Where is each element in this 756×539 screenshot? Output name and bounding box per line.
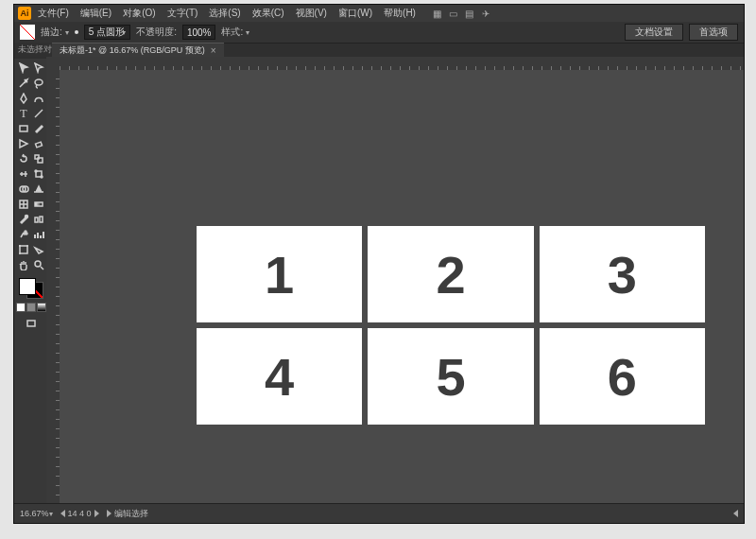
ruler-origin[interactable]	[46, 57, 60, 71]
symbol-sprayer-tool[interactable]	[16, 227, 31, 242]
chevron-down-icon: ▾	[122, 28, 126, 37]
ruler-horizontal[interactable]	[60, 57, 744, 71]
perspective-grid-tool[interactable]	[31, 182, 46, 197]
svg-point-7	[41, 176, 43, 178]
stage: 1 2 3 4 5 6	[46, 57, 744, 504]
svg-rect-4	[38, 158, 43, 163]
svg-rect-20	[27, 321, 35, 326]
artboard-grid: 1 2 3 4 5 6	[197, 226, 705, 425]
document-tab-title: 未标题-1* @ 16.67% (RGB/GPU 预览)	[60, 44, 205, 57]
close-tab-icon[interactable]: ×	[211, 45, 216, 56]
artboard-1[interactable]: 1	[197, 226, 362, 322]
stock-icon[interactable]: ▭	[448, 8, 459, 19]
menu-effect[interactable]: 效果(C)	[248, 7, 289, 20]
mesh-tool[interactable]	[16, 197, 31, 212]
arrange-icon[interactable]: ▤	[464, 8, 475, 19]
style-dropdown[interactable]: ▾	[246, 28, 249, 37]
document-setup-button[interactable]: 文档设置	[625, 24, 683, 41]
shape-builder-tool[interactable]	[16, 182, 31, 197]
rectangle-tool[interactable]	[16, 121, 31, 136]
svg-rect-13	[35, 217, 38, 222]
rotate-tool[interactable]	[16, 151, 31, 166]
artboard-tool[interactable]	[16, 242, 31, 257]
draw-mode-buttons	[16, 303, 46, 312]
menu-select[interactable]: 选择(S)	[204, 7, 245, 20]
options-bar: 描边: ▾ 5 点圆形 ▾ 不透明度: 100% 样式: ▾ 文档设置 首选项	[14, 22, 744, 43]
artboard-4[interactable]: 4	[197, 328, 362, 425]
artboard-5[interactable]: 5	[368, 328, 533, 425]
menu-object[interactable]: 对象(O)	[118, 7, 160, 20]
curvature-tool[interactable]	[31, 91, 46, 106]
magic-wand-tool[interactable]	[16, 76, 31, 91]
document-tab[interactable]: 未标题-1* @ 16.67% (RGB/GPU 预览) ×	[52, 43, 224, 58]
draw-normal-icon[interactable]	[16, 303, 26, 312]
menu-help[interactable]: 帮助(H)	[379, 7, 421, 20]
scroll-left-icon[interactable]	[733, 510, 738, 517]
status-flyout-icon[interactable]	[107, 510, 112, 517]
hand-tool[interactable]	[16, 257, 31, 272]
style-label: 样式:	[221, 26, 243, 39]
svg-rect-11	[35, 202, 43, 206]
stroke-profile-value: 5 点圆形	[89, 26, 125, 39]
ruler-vertical[interactable]	[46, 70, 60, 504]
stroke-label: 描边:	[41, 26, 62, 39]
selection-tool[interactable]	[16, 61, 31, 76]
artboard-6[interactable]: 6	[540, 328, 705, 425]
pen-tool[interactable]	[16, 91, 31, 106]
artboard-3[interactable]: 3	[540, 226, 705, 322]
direct-selection-tool[interactable]	[31, 61, 46, 76]
artboard-prev-icon[interactable]	[60, 510, 65, 517]
bridge-icon[interactable]: ▦	[432, 8, 443, 19]
menu-edit[interactable]: 编辑(E)	[76, 7, 116, 20]
artboard-nav-value: 14 4 0	[68, 509, 92, 518]
stroke-weight-dropdown[interactable]: ▾	[65, 28, 69, 37]
fill-stroke-swatch[interactable]	[20, 25, 35, 40]
free-transform-tool[interactable]	[31, 166, 46, 182]
gradient-tool[interactable]	[31, 197, 46, 212]
paintbrush-tool[interactable]	[31, 121, 46, 136]
zoom-level-field[interactable]: 16.67% ▾	[20, 509, 53, 518]
svg-rect-18	[20, 246, 27, 253]
canvas[interactable]: 1 2 3 4 5 6	[60, 70, 744, 504]
preferences-button[interactable]: 首选项	[689, 24, 738, 41]
draw-behind-icon[interactable]	[26, 303, 36, 312]
zoom-value: 16.67%	[20, 509, 49, 518]
svg-point-6	[35, 170, 37, 172]
app-window: Ai 文件(F) 编辑(E) 对象(O) 文字(T) 选择(S) 效果(C) 视…	[13, 4, 745, 524]
artboard-2[interactable]: 2	[368, 226, 533, 322]
column-graph-tool[interactable]	[31, 227, 46, 242]
svg-point-19	[35, 261, 41, 267]
opacity-value: 100%	[187, 27, 212, 38]
menu-type[interactable]: 文字(T)	[163, 7, 203, 20]
gpu-icon[interactable]: ✈	[480, 8, 491, 19]
width-tool[interactable]	[16, 166, 31, 182]
fill-color-swatch[interactable]	[19, 278, 36, 295]
lasso-tool[interactable]	[31, 76, 46, 91]
status-bar: 16.67% ▾ 14 4 0 编辑选择	[14, 503, 744, 523]
opacity-field[interactable]: 100%	[182, 25, 216, 40]
eyedropper-tool[interactable]	[16, 212, 31, 227]
shaper-tool[interactable]	[16, 136, 31, 151]
svg-point-12	[26, 216, 28, 218]
app-logo: Ai	[18, 7, 31, 20]
menu-view[interactable]: 视图(V)	[291, 7, 332, 20]
eraser-tool[interactable]	[31, 136, 46, 151]
color-well[interactable]	[17, 276, 45, 301]
slice-tool[interactable]	[31, 242, 46, 257]
menu-file[interactable]: 文件(F)	[33, 7, 74, 20]
screen-mode-button[interactable]	[24, 316, 39, 331]
zoom-tool[interactable]	[31, 257, 46, 272]
artboard-nav[interactable]: 14 4 0	[60, 509, 99, 518]
menu-window[interactable]: 窗口(W)	[334, 7, 377, 20]
draw-inside-icon[interactable]	[37, 303, 46, 312]
menu-bar: Ai 文件(F) 编辑(E) 对象(O) 文字(T) 选择(S) 效果(C) 视…	[14, 5, 744, 23]
status-label: 编辑选择	[114, 508, 148, 520]
blend-tool[interactable]	[31, 212, 46, 227]
type-tool[interactable]: T	[16, 106, 31, 121]
chevron-down-icon: ▾	[49, 510, 53, 518]
scale-tool[interactable]	[31, 151, 46, 166]
stroke-profile-field[interactable]: 5 点圆形 ▾	[84, 25, 130, 40]
svg-rect-14	[40, 217, 43, 222]
artboard-next-icon[interactable]	[94, 510, 99, 517]
line-tool[interactable]	[31, 106, 46, 121]
